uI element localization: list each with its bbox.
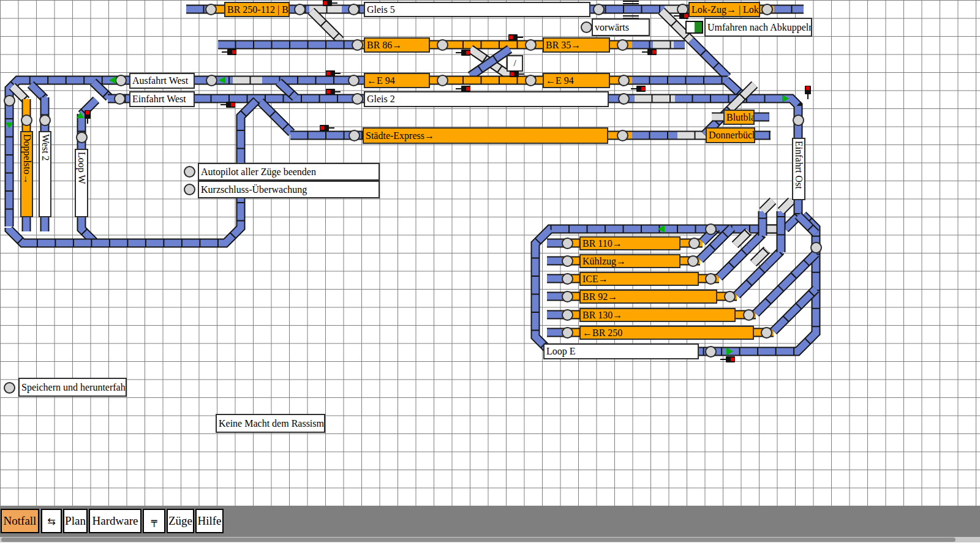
- push-button[interactable]: [205, 4, 217, 15]
- push-button[interactable]: [349, 130, 360, 141]
- signal-icon[interactable]: [221, 102, 235, 108]
- push-button[interactable]: [4, 382, 15, 394]
- signal-icon[interactable]: [222, 49, 236, 55]
- block-einfahrt-ost[interactable]: Einfahrt Ost: [792, 138, 805, 200]
- plan-button[interactable]: Plan: [63, 509, 88, 533]
- push-button[interactable]: [348, 75, 360, 86]
- notfall-button[interactable]: Notfall: [1, 509, 39, 533]
- hardware-button[interactable]: Hardware: [89, 509, 141, 533]
- signal-icon[interactable]: [642, 49, 657, 55]
- block-br35[interactable]: BR 35→: [543, 37, 610, 53]
- signal-icon[interactable]: [720, 356, 735, 362]
- push-button[interactable]: [705, 273, 717, 285]
- signal-icon[interactable]: [320, 125, 334, 131]
- block-einfahrt-west[interactable]: Einfahrt West: [129, 91, 195, 107]
- signal-icon[interactable]: [323, 0, 337, 6]
- kurzschluss-label[interactable]: Kurzschluss-Überwachung: [198, 181, 380, 198]
- block-ausfahrt-west[interactable]: Ausfahrt West: [129, 73, 195, 89]
- block-donnerbuechse[interactable]: Donnerbüchse: [706, 127, 755, 143]
- push-button[interactable]: [562, 238, 573, 249]
- block-br92[interactable]: BR 92→: [579, 290, 717, 304]
- push-button[interactable]: [352, 39, 363, 51]
- push-button[interactable]: [593, 4, 605, 15]
- block-blutblase[interactable]: Blutblase: [723, 110, 755, 125]
- umfahren-button-label[interactable]: Umfahren nach Abkuppeln: [704, 18, 812, 37]
- push-button[interactable]: [761, 327, 772, 339]
- push-button[interactable]: [581, 21, 592, 33]
- push-button[interactable]: [617, 130, 628, 141]
- push-button[interactable]: [724, 291, 736, 302]
- push-button[interactable]: [618, 75, 630, 86]
- push-button[interactable]: [743, 309, 755, 321]
- push-button[interactable]: [206, 75, 217, 86]
- block-loop-w[interactable]: Loop W: [75, 149, 88, 217]
- horizontal-scrollbar-thumb[interactable]: [1, 538, 956, 542]
- push-button[interactable]: [115, 75, 127, 86]
- signal-icon[interactable]: [631, 86, 646, 92]
- signal-icon[interactable]: [674, 13, 688, 19]
- push-button[interactable]: [4, 95, 15, 107]
- push-button[interactable]: [687, 255, 699, 267]
- push-button[interactable]: [294, 4, 306, 15]
- push-button[interactable]: [810, 242, 822, 253]
- signal-icon-button[interactable]: ╤: [143, 509, 165, 533]
- push-button[interactable]: [352, 93, 363, 105]
- signal-icon[interactable]: [456, 86, 470, 92]
- block-ice[interactable]: ICE→: [579, 272, 699, 286]
- hilfe-button[interactable]: Hilfe: [195, 509, 224, 533]
- block-kuehlzug[interactable]: Kühlzug→: [579, 254, 680, 268]
- push-button[interactable]: [437, 75, 448, 86]
- push-button[interactable]: [76, 132, 88, 143]
- signal-icon[interactable]: [326, 70, 341, 77]
- push-button[interactable]: [617, 39, 628, 51]
- signal-icon[interactable]: [510, 71, 524, 77]
- push-button[interactable]: [184, 184, 195, 195]
- block-e94-right[interactable]: ←E 94: [543, 73, 610, 88]
- push-button[interactable]: [525, 75, 537, 86]
- push-button[interactable]: [184, 166, 195, 178]
- push-button[interactable]: [562, 255, 573, 267]
- umfahren-indicator[interactable]: [685, 21, 703, 34]
- push-button[interactable]: [793, 114, 804, 126]
- push-button[interactable]: [618, 93, 630, 105]
- block-loop-e[interactable]: Loop E: [543, 343, 699, 359]
- signal-icon[interactable]: [805, 86, 811, 99]
- push-button[interactable]: [562, 309, 573, 321]
- block-lok-zug[interactable]: Lok-Zug→ | Lok-Zug: [688, 2, 760, 17]
- speichern-label[interactable]: Speichern und herunterfahren: [18, 378, 127, 397]
- block-gleis2[interactable]: Gleis 2: [364, 91, 609, 107]
- signal-icon[interactable]: [508, 34, 523, 40]
- zuege-button[interactable]: Züge: [167, 509, 194, 533]
- signal-icon[interactable]: [456, 50, 470, 56]
- shunting-icon-button[interactable]: ⇆: [41, 509, 62, 533]
- block-doppelstock[interactable]: Doppelsto→: [20, 131, 33, 217]
- signal-icon[interactable]: [85, 110, 91, 124]
- push-button[interactable]: [705, 346, 717, 358]
- signal-icon[interactable]: [326, 89, 341, 95]
- push-button[interactable]: [705, 223, 717, 235]
- block-br86[interactable]: BR 86→: [364, 37, 430, 53]
- block-br130[interactable]: BR 130→: [579, 308, 736, 322]
- push-button[interactable]: [761, 4, 773, 15]
- block-gleis5[interactable]: Gleis 5: [364, 2, 590, 17]
- push-button[interactable]: [348, 4, 360, 15]
- push-button[interactable]: [114, 93, 126, 105]
- push-button[interactable]: [437, 39, 448, 51]
- block-west2[interactable]: West 2: [39, 131, 51, 217]
- push-button[interactable]: [562, 273, 573, 285]
- push-button[interactable]: [39, 114, 51, 126]
- vorwaerts-status[interactable]: vorwärts: [592, 18, 650, 36]
- block-br110[interactable]: BR 110→: [579, 236, 680, 250]
- horizontal-scrollbar[interactable]: [0, 537, 980, 542]
- push-button[interactable]: [688, 238, 700, 249]
- push-button[interactable]: [525, 39, 537, 51]
- push-button[interactable]: [562, 291, 573, 302]
- block-br250[interactable]: ←BR 250: [579, 326, 754, 340]
- push-button[interactable]: [562, 327, 573, 339]
- autopilot-stop-label[interactable]: Autopilot aller Züge beenden: [198, 163, 380, 181]
- block-br250-112[interactable]: BR 250-112 | BR 25: [224, 2, 290, 17]
- crossing-state-box[interactable]: /: [507, 55, 523, 72]
- push-button[interactable]: [21, 114, 32, 126]
- block-e94-left[interactable]: ←E 94: [364, 73, 430, 88]
- block-staedte-express[interactable]: Städte-Express→: [363, 127, 608, 144]
